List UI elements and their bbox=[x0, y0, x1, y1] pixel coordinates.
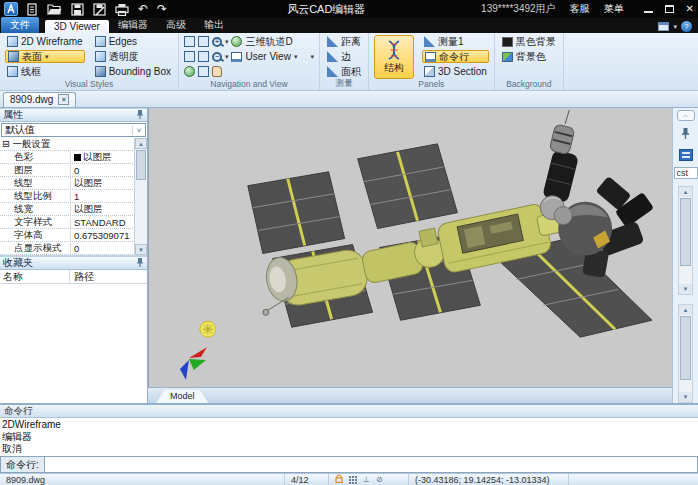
background-color-button[interactable]: 背景色 bbox=[500, 50, 558, 63]
pin-icon[interactable] bbox=[136, 258, 144, 269]
scrollbar-thumb[interactable] bbox=[680, 316, 691, 380]
measure-distance-button[interactable]: 距离 bbox=[325, 35, 363, 48]
zoom-in-icon[interactable]: + bbox=[212, 37, 222, 47]
wireframe-button[interactable]: 线框 bbox=[5, 65, 85, 78]
save-as-icon[interactable] bbox=[93, 3, 106, 16]
structure-list-scrollbar[interactable]: ▲ ▼ bbox=[678, 304, 693, 403]
favorites-list[interactable] bbox=[0, 284, 147, 403]
tab-advanced[interactable]: 高级 bbox=[157, 17, 195, 33]
save-icon[interactable] bbox=[71, 3, 84, 16]
transparency-button[interactable]: 透明度 bbox=[93, 50, 173, 63]
scroll-up-icon[interactable]: ▲ bbox=[135, 138, 147, 149]
property-set-select[interactable]: 默认值 ˅ bbox=[1, 123, 146, 137]
orbit-button[interactable]: 三维轨道D bbox=[245, 35, 292, 49]
properties-panel-title: 属性 bbox=[3, 108, 23, 122]
panel-layout-icon[interactable] bbox=[658, 22, 669, 31]
measure-area-button[interactable]: 面积 bbox=[325, 65, 363, 78]
document-tab[interactable]: 8909.dwg ✕ bbox=[3, 92, 76, 107]
command-panel-header[interactable]: 命令行 bbox=[0, 405, 698, 418]
scrollbar-thumb[interactable] bbox=[680, 198, 691, 266]
help-icon[interactable]: ? bbox=[681, 21, 692, 32]
measure1-panel-button[interactable]: 测量1 bbox=[422, 35, 489, 48]
property-row-lineweight[interactable]: 线宽 以图层 bbox=[0, 203, 147, 216]
title-bar: ↶ ↷ 风云CAD编辑器 139****3492用户 客服 菜单 ✕ bbox=[0, 0, 698, 18]
scroll-up-icon[interactable]: ▲ bbox=[679, 305, 692, 315]
command-history[interactable]: 2DWireframe 编辑器 取消 bbox=[0, 418, 698, 456]
no-draw-icon[interactable]: ⊘ bbox=[376, 476, 383, 484]
support-button[interactable]: 客服 bbox=[570, 2, 590, 16]
pin-icon[interactable] bbox=[681, 128, 690, 141]
tab-file[interactable]: 文件 bbox=[1, 17, 39, 33]
user-account-label[interactable]: 139****3492用户 bbox=[481, 2, 556, 16]
undo-icon[interactable]: ↶ bbox=[138, 3, 148, 15]
print-icon[interactable] bbox=[115, 3, 129, 16]
gallery-more-icon[interactable]: ▾ bbox=[310, 53, 314, 61]
favorites-col-name[interactable]: 名称 bbox=[0, 270, 70, 283]
scrollbar-thumb[interactable] bbox=[136, 150, 146, 180]
command-line-panel-button[interactable]: 命令行 bbox=[422, 50, 489, 63]
open-file-icon[interactable] bbox=[47, 3, 62, 15]
bounding-box-button[interactable]: Bounding Box bbox=[93, 65, 173, 78]
chevron-down-icon[interactable]: ˅ bbox=[132, 126, 145, 135]
minimize-button[interactable] bbox=[644, 5, 653, 13]
maximize-button[interactable] bbox=[665, 5, 674, 13]
property-row-color[interactable]: 色彩 以图层 bbox=[0, 151, 147, 164]
user-view-dropdown-icon[interactable]: ▾ bbox=[294, 53, 298, 61]
command-input[interactable] bbox=[45, 456, 698, 473]
surface-button[interactable]: 表面 ▾ bbox=[5, 50, 85, 63]
view-copy-icon[interactable] bbox=[184, 51, 195, 62]
favorites-col-path[interactable]: 路径 bbox=[70, 270, 94, 283]
rotate-view-icon[interactable] bbox=[198, 66, 209, 77]
2d-wireframe-button[interactable]: 2D Wireframe bbox=[5, 35, 85, 48]
zoom-in-dropdown-icon[interactable]: ▾ bbox=[225, 38, 229, 46]
view-previous-icon[interactable] bbox=[184, 36, 195, 47]
property-row-linetype-scale[interactable]: 线型比例 1 bbox=[0, 190, 147, 203]
surface-dropdown-icon[interactable]: ▾ bbox=[45, 53, 49, 61]
tab-output[interactable]: 输出 bbox=[195, 17, 233, 33]
property-row-layer[interactable]: 图层 0 bbox=[0, 164, 147, 177]
black-background-button[interactable]: 黑色背景 bbox=[500, 35, 558, 48]
grid-snap-icon[interactable] bbox=[349, 476, 357, 484]
structure-tree-scrollbar[interactable]: ▲ ▼ bbox=[678, 186, 693, 295]
ribbon-collapse-icon[interactable]: ︿ bbox=[677, 110, 695, 121]
properties-scrollbar[interactable]: ▲ ▼ bbox=[134, 138, 147, 255]
measure-edge-button[interactable]: 边 bbox=[325, 50, 363, 63]
scroll-down-icon[interactable]: ▼ bbox=[679, 392, 692, 402]
ortho-mode-icon[interactable]: ⊥ bbox=[363, 476, 370, 484]
panel-layout-dropdown-icon[interactable]: ▾ bbox=[673, 23, 677, 31]
scroll-up-icon[interactable]: ▲ bbox=[679, 187, 692, 197]
new-file-icon[interactable] bbox=[26, 3, 38, 16]
structure-panel-icon[interactable] bbox=[679, 149, 693, 161]
zoom-extents-icon[interactable] bbox=[198, 51, 209, 62]
collapse-icon[interactable]: ⊟ bbox=[2, 138, 10, 149]
user-view-button[interactable]: User View bbox=[245, 51, 290, 62]
viewport-canvas[interactable] bbox=[148, 108, 672, 387]
property-row-text-height[interactable]: 字体高 0.675309071 bbox=[0, 229, 147, 242]
zoom-out-dropdown-icon[interactable]: ▾ bbox=[225, 53, 229, 61]
document-tab-close-icon[interactable]: ✕ bbox=[58, 94, 69, 105]
model-layout-tab[interactable]: Model bbox=[156, 390, 209, 403]
scroll-down-icon[interactable]: ▼ bbox=[135, 244, 147, 255]
pin-icon[interactable] bbox=[136, 110, 144, 121]
tab-3d-viewer[interactable]: 3D Viewer bbox=[45, 20, 109, 33]
structure-filter-box[interactable]: cst bbox=[674, 167, 698, 180]
free-orbit-icon[interactable] bbox=[184, 66, 195, 77]
property-row-point-mode[interactable]: 点显示模式 0 bbox=[0, 242, 147, 255]
close-button[interactable]: ✕ bbox=[686, 4, 694, 14]
edges-button[interactable]: Edges bbox=[93, 35, 173, 48]
structure-panel-button[interactable]: 结构 bbox=[374, 35, 414, 79]
zoom-window-icon[interactable] bbox=[198, 36, 209, 47]
pan-icon[interactable] bbox=[212, 66, 222, 77]
property-row-linetype[interactable]: 线型 以图层 bbox=[0, 177, 147, 190]
orbit-icon[interactable] bbox=[231, 36, 242, 47]
menu-button[interactable]: 菜单 bbox=[604, 2, 624, 16]
redo-icon[interactable]: ↷ bbox=[157, 3, 167, 15]
app-logo-icon[interactable] bbox=[4, 2, 18, 16]
property-row-text-style[interactable]: 文字样式 STANDARD bbox=[0, 216, 147, 229]
property-group-row[interactable]: ⊟ 一般设置 bbox=[0, 138, 147, 151]
3d-section-button[interactable]: 3D Section bbox=[422, 65, 489, 78]
snap-lock-icon[interactable] bbox=[335, 474, 343, 485]
tab-editor[interactable]: 编辑器 bbox=[109, 17, 157, 33]
scroll-down-icon[interactable]: ▼ bbox=[679, 284, 692, 294]
zoom-out-icon[interactable]: − bbox=[212, 52, 222, 62]
